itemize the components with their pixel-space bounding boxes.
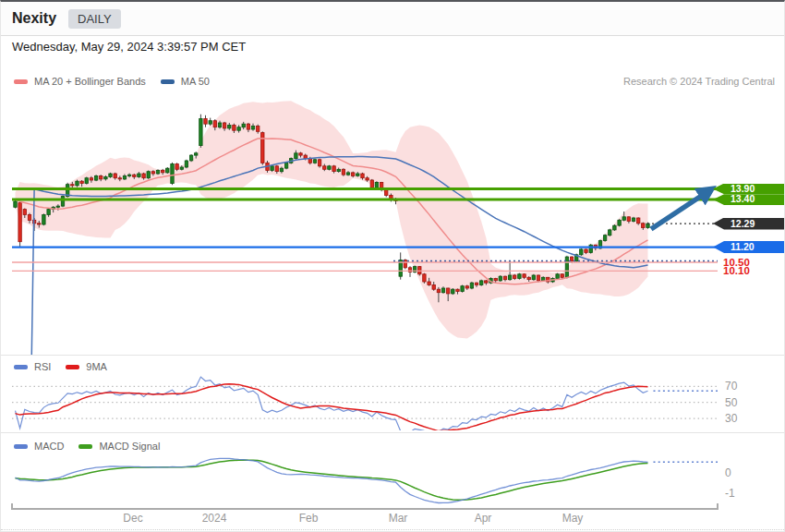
axis-label-dec: Dec bbox=[123, 512, 142, 525]
resistance-level-tag-1390: 13.90 bbox=[713, 184, 785, 195]
chart-datetime: Wednesday, May 29, 2024 3:39:57 PM CET bbox=[12, 40, 246, 54]
axis-label-mar: Mar bbox=[389, 512, 408, 525]
rsi-chart[interactable] bbox=[1, 368, 785, 430]
ma20-bollinger-swatch-icon bbox=[14, 79, 28, 84]
header-bar: Nexity DAILY bbox=[1, 2, 784, 36]
resistance-level-tag-1340: 13.40 bbox=[713, 194, 785, 205]
macd-scale-0: 0 bbox=[725, 466, 731, 479]
instrument-title: Nexity bbox=[12, 10, 56, 27]
panel-divider bbox=[1, 355, 784, 356]
ma50-legend-label: MA 50 bbox=[181, 76, 210, 87]
axis-label-feb: Feb bbox=[299, 512, 319, 525]
ma50-swatch-icon bbox=[161, 79, 175, 84]
rsi-scale-70: 70 bbox=[725, 380, 737, 393]
time-axis bbox=[11, 508, 719, 510]
ma20-bollinger-legend-label: MA 20 + Bollinger Bands bbox=[34, 76, 146, 87]
trading-central-chart-page: Nexity DAILY Wednesday, May 29, 2024 3:3… bbox=[0, 0, 785, 532]
axis-label-2024: 2024 bbox=[202, 512, 227, 525]
timeframe-chip[interactable]: DAILY bbox=[68, 9, 121, 29]
price-legend: MA 20 + Bollinger Bands MA 50 bbox=[14, 76, 224, 87]
panel-divider bbox=[1, 432, 784, 433]
bottom-edge-dots bbox=[1, 529, 784, 530]
pivot-level-tag: 11.20 bbox=[713, 241, 785, 253]
macd-scale-neg1: -1 bbox=[725, 487, 735, 500]
last-price-tag: 12.29 bbox=[713, 218, 785, 230]
price-chart[interactable] bbox=[1, 90, 785, 355]
macd-chart[interactable] bbox=[1, 445, 785, 506]
axis-label-may: May bbox=[562, 512, 584, 525]
rsi-scale-50: 50 bbox=[725, 396, 737, 409]
research-credit: Research © 2024 Trading Central bbox=[623, 76, 775, 87]
rsi-scale-30: 30 bbox=[725, 412, 737, 425]
axis-label-apr: Apr bbox=[475, 512, 492, 525]
support-level-label-1010: 10.10 bbox=[723, 266, 750, 276]
